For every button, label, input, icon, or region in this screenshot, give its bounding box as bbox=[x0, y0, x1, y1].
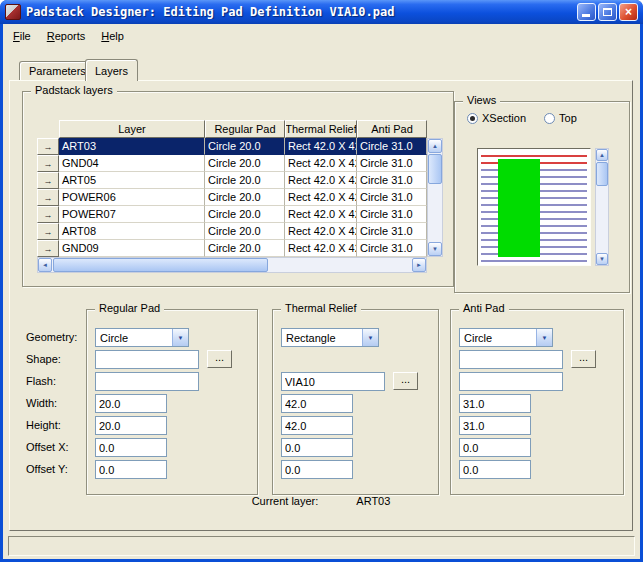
regular-height-input[interactable] bbox=[95, 416, 167, 435]
label-height: Height: bbox=[26, 415, 84, 437]
row-select-arrow-icon[interactable]: → bbox=[37, 172, 59, 189]
thermal-relief-group: Thermal Relief Rectangle ▼ ... bbox=[272, 309, 439, 495]
scrollbar-thumb[interactable] bbox=[53, 258, 268, 272]
table-row[interactable]: → POWER07 Circle 20.0 Rect 42.0 X 42.0 C… bbox=[37, 206, 427, 223]
window-title: Padstack Designer: Editing Pad Definitio… bbox=[26, 5, 577, 19]
cell-thermal[interactable]: Rect 42.0 X 42.0 bbox=[285, 138, 357, 155]
cell-anti[interactable]: Circle 31.0 bbox=[357, 240, 427, 257]
table-row[interactable]: → ART08 Circle 20.0 Rect 42.0 X 42.0 Cir… bbox=[37, 223, 427, 240]
regular-shape-input[interactable] bbox=[95, 350, 199, 369]
cell-layer[interactable]: POWER07 bbox=[59, 206, 205, 223]
menu-help[interactable]: Help bbox=[93, 28, 132, 44]
cell-regular[interactable]: Circle 20.0 bbox=[205, 155, 285, 172]
scroll-right-icon[interactable]: ► bbox=[412, 258, 426, 272]
anti-flash-input[interactable] bbox=[459, 372, 563, 391]
cell-regular[interactable]: Circle 20.0 bbox=[205, 189, 285, 206]
radio-xsection[interactable] bbox=[467, 113, 478, 124]
cell-anti[interactable]: Circle 31.0 bbox=[357, 223, 427, 240]
row-select-arrow-icon[interactable]: → bbox=[37, 155, 59, 172]
cell-layer[interactable]: ART08 bbox=[59, 223, 205, 240]
thermal-offset-y-input[interactable] bbox=[281, 460, 353, 479]
cell-anti[interactable]: Circle 31.0 bbox=[357, 189, 427, 206]
column-header-regular-pad[interactable]: Regular Pad bbox=[205, 120, 285, 138]
xsection-scrollbar[interactable]: ▲ ▼ bbox=[595, 148, 609, 266]
table-row[interactable]: → ART05 Circle 20.0 Rect 42.0 X 42.0 Cir… bbox=[37, 172, 427, 189]
cell-thermal[interactable]: Rect 42.0 X 42.0 bbox=[285, 189, 357, 206]
cell-thermal[interactable]: Rect 42.0 X 42.0 bbox=[285, 172, 357, 189]
cell-thermal[interactable]: Rect 42.0 X 42.0 bbox=[285, 155, 357, 172]
menu-reports[interactable]: Reports bbox=[39, 28, 94, 44]
scrollbar-thumb[interactable] bbox=[596, 162, 608, 186]
cell-thermal[interactable]: Rect 42.0 X 42.0 bbox=[285, 206, 357, 223]
minimize-button[interactable] bbox=[577, 3, 596, 21]
anti-shape-browse-button[interactable]: ... bbox=[571, 350, 596, 368]
row-select-arrow-icon[interactable]: → bbox=[37, 206, 59, 223]
anti-width-input[interactable] bbox=[459, 394, 531, 413]
menu-file[interactable]: File bbox=[5, 28, 39, 44]
scroll-up-icon[interactable]: ▲ bbox=[428, 139, 442, 153]
cell-layer[interactable]: POWER06 bbox=[59, 189, 205, 206]
row-select-arrow-icon[interactable]: → bbox=[37, 189, 59, 206]
table-row[interactable]: → GND09 Circle 20.0 Rect 42.0 X 42.0 Cir… bbox=[37, 240, 427, 257]
table-horizontal-scrollbar[interactable]: ◄ ► bbox=[37, 257, 427, 273]
anti-offset-x-input[interactable] bbox=[459, 438, 531, 457]
cell-layer[interactable]: ART03 bbox=[59, 138, 205, 155]
thermal-height-input[interactable] bbox=[281, 416, 353, 435]
anti-offset-y-input[interactable] bbox=[459, 460, 531, 479]
table-row[interactable]: → POWER06 Circle 20.0 Rect 42.0 X 42.0 C… bbox=[37, 189, 427, 206]
chevron-down-icon[interactable]: ▼ bbox=[362, 329, 378, 346]
cell-regular[interactable]: Circle 20.0 bbox=[205, 172, 285, 189]
maximize-button[interactable] bbox=[598, 3, 617, 21]
radio-top[interactable] bbox=[544, 113, 555, 124]
column-header-layer[interactable]: Layer bbox=[59, 120, 205, 138]
column-header-anti-pad[interactable]: Anti Pad bbox=[357, 120, 427, 138]
cell-thermal[interactable]: Rect 42.0 X 42.0 bbox=[285, 240, 357, 257]
current-layer-row: Current layer: ART03 bbox=[10, 495, 632, 507]
cell-layer[interactable]: GND09 bbox=[59, 240, 205, 257]
column-header-thermal-relief[interactable]: Thermal Relief bbox=[285, 120, 357, 138]
cell-regular[interactable]: Circle 20.0 bbox=[205, 240, 285, 257]
pad-cross-section bbox=[498, 159, 540, 257]
scroll-down-icon[interactable]: ▼ bbox=[596, 253, 608, 265]
scroll-down-icon[interactable]: ▼ bbox=[428, 242, 442, 256]
thermal-width-input[interactable] bbox=[281, 394, 353, 413]
scroll-up-icon[interactable]: ▲ bbox=[596, 149, 608, 161]
table-vertical-scrollbar[interactable]: ▲ ▼ bbox=[427, 138, 443, 257]
table-row[interactable]: → ART03 Circle 20.0 Rect 42.0 X 42.0 Cir… bbox=[37, 138, 427, 155]
close-button[interactable]: × bbox=[619, 3, 638, 21]
row-select-arrow-icon[interactable]: → bbox=[37, 240, 59, 257]
cell-regular[interactable]: Circle 20.0 bbox=[205, 138, 285, 155]
anti-height-input[interactable] bbox=[459, 416, 531, 435]
table-row[interactable]: → GND04 Circle 20.0 Rect 42.0 X 42.0 Cir… bbox=[37, 155, 427, 172]
thermal-flash-input[interactable] bbox=[281, 372, 385, 391]
cell-thermal[interactable]: Rect 42.0 X 42.0 bbox=[285, 223, 357, 240]
cell-anti[interactable]: Circle 31.0 bbox=[357, 155, 427, 172]
anti-shape-input[interactable] bbox=[459, 350, 563, 369]
row-select-arrow-icon[interactable]: → bbox=[37, 223, 59, 240]
thermal-flash-browse-button[interactable]: ... bbox=[393, 372, 418, 390]
scrollbar-thumb[interactable] bbox=[428, 154, 442, 184]
tab-layers[interactable]: Layers bbox=[85, 59, 138, 81]
regular-flash-input[interactable] bbox=[95, 372, 199, 391]
cell-layer[interactable]: GND04 bbox=[59, 155, 205, 172]
cell-anti[interactable]: Circle 31.0 bbox=[357, 172, 427, 189]
chevron-down-icon[interactable]: ▼ bbox=[536, 329, 552, 346]
regular-shape-browse-button[interactable]: ... bbox=[207, 350, 232, 368]
thermal-offset-x-input[interactable] bbox=[281, 438, 353, 457]
radio-xsection-label: XSection bbox=[482, 112, 526, 124]
cell-regular[interactable]: Circle 20.0 bbox=[205, 223, 285, 240]
cell-anti[interactable]: Circle 31.0 bbox=[357, 206, 427, 223]
regular-geometry-select[interactable]: Circle ▼ bbox=[95, 328, 189, 347]
scroll-left-icon[interactable]: ◄ bbox=[38, 258, 52, 272]
anti-geometry-select[interactable]: Circle ▼ bbox=[459, 328, 553, 347]
regular-width-input[interactable] bbox=[95, 394, 167, 413]
thermal-geometry-select[interactable]: Rectangle ▼ bbox=[281, 328, 379, 347]
row-select-arrow-icon[interactable]: → bbox=[37, 138, 59, 155]
cell-anti[interactable]: Circle 31.0 bbox=[357, 138, 427, 155]
app-icon[interactable] bbox=[5, 4, 21, 20]
regular-offset-x-input[interactable] bbox=[95, 438, 167, 457]
chevron-down-icon[interactable]: ▼ bbox=[172, 329, 188, 346]
cell-layer[interactable]: ART05 bbox=[59, 172, 205, 189]
cell-regular[interactable]: Circle 20.0 bbox=[205, 206, 285, 223]
regular-offset-y-input[interactable] bbox=[95, 460, 167, 479]
